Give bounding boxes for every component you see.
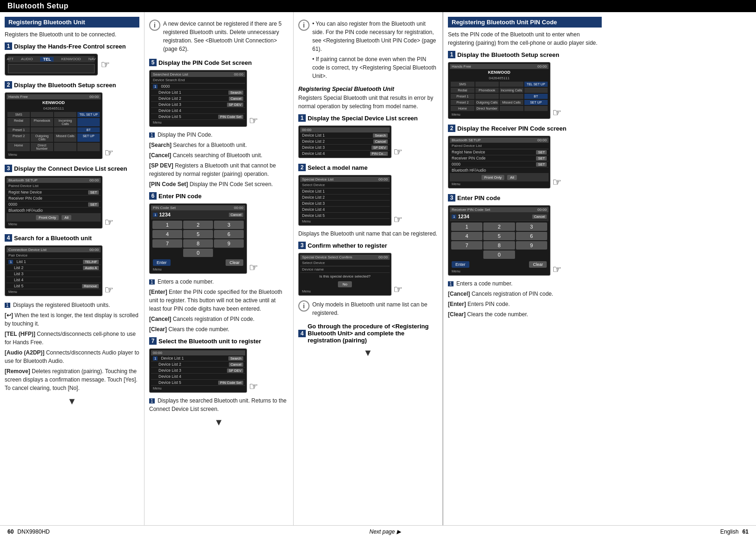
select-device-label: Select Device	[300, 182, 390, 188]
special-step-1-label: 1 Display the Special Device List screen	[298, 114, 438, 122]
step7-hand-icon: ☞	[249, 381, 258, 393]
sp-list2: Device List 2Cancel	[300, 139, 390, 145]
step-6-num: 6	[149, 192, 157, 200]
step-6-label: 6 Enter PIN code	[149, 192, 289, 200]
final-note-text: Only models in Bluetooth unit name list …	[312, 300, 438, 317]
step5-spdev: [SP DEV] Registers a Bluetooth unit that…	[149, 161, 289, 178]
step4-hand-icon: ☞	[104, 284, 114, 296]
step5-cancel: [Cancel] Cancels searching of Bluetooth …	[149, 151, 289, 160]
sd-list3: Device List 3SP DEV	[151, 102, 245, 108]
note-text-1: A new device cannot be registered if the…	[163, 20, 289, 53]
sd-list4: Device List 4	[151, 108, 245, 114]
pin-step-2-num: 2	[448, 125, 455, 132]
pin-step3-enter: [Enter] Enters PIN code.	[448, 300, 602, 308]
special-step3-hand: ☞	[393, 284, 403, 296]
col-special-bt: i • You can also register from the Bluet…	[294, 12, 443, 525]
step5-note-1: 1 Display the PIN Code.	[149, 131, 289, 139]
pin-receiver-row: Receiver PIN CodeSET	[450, 155, 549, 161]
step-1-num: 1	[5, 42, 12, 50]
special-final-note: i Only models in Bluetooth unit name lis…	[298, 300, 438, 319]
model-list2: Device List 2	[300, 195, 390, 201]
audio-a2dp-note: [Audio (A2DP)] Connects/disconnects Audi…	[5, 348, 139, 365]
bt-connect-screen: Bluetooth SETUP00:00 Paired Device List …	[5, 176, 103, 229]
step4-note-2: [↩] When the text is longer, the text di…	[5, 311, 139, 328]
receiver-row: Receiver PIN Code	[7, 195, 101, 202]
sp-list4: Device List 4PIN Co...	[300, 151, 390, 156]
step6-hand-icon: ☞	[249, 262, 258, 274]
model-note: Displays the Bluetooth unit name that ca…	[298, 229, 438, 238]
note-icon-1: i	[149, 20, 160, 31]
pin-hf-header: Hands Free00:00	[450, 64, 549, 69]
tel-screen: ATT AUDIO TEL KENWOOD NAV	[5, 54, 98, 76]
pair-device-label: Pair Device	[7, 252, 101, 259]
model-header: Special Device List00:00	[300, 177, 390, 182]
pin-regist-row: Regist New DeviceSET	[450, 149, 549, 155]
sd-list1: Device List 1Search	[151, 90, 245, 96]
special-step2-hand: ☞	[393, 214, 403, 226]
step2-hand-icon: ☞	[104, 147, 114, 159]
pin-code-screen: PIN Code Set00:00 1 1234 Cancel 1 2 3 4 …	[149, 203, 247, 274]
pin-bt-setup-header: Bluetooth SETUP00:00	[450, 138, 549, 143]
next-page-label: Next page ▶	[369, 528, 400, 535]
col3-note2: • If pairing cannot be done even when th…	[312, 55, 438, 80]
step-4-num: 4	[5, 234, 12, 242]
special-bt-intro: Registers Special Bluetooth unit that re…	[298, 94, 438, 111]
special-bt-title: Registering Special Bluetooth Unit	[298, 86, 438, 92]
note-icon-final: i	[298, 300, 309, 312]
pin-step1-hand: ☞	[552, 107, 562, 119]
step1-hand-icon: ☞	[101, 59, 110, 71]
note-area-col3-1: i • You can also register from the Bluet…	[298, 20, 438, 82]
step5-pincode: [PIN Code Set] Display the PIN Code Set …	[149, 180, 289, 188]
special-step-2-label: 2 Select a model name	[298, 164, 438, 171]
list3-row: List 3	[7, 271, 101, 277]
step6-enter: [Enter] Enter the PIN code specified for…	[149, 288, 289, 313]
col1-bottom-dot: ▼	[5, 396, 139, 407]
sd2-list5: Device List 5PIN Code Set	[151, 380, 245, 386]
sd-list2: Device List 2Cancel	[151, 96, 245, 102]
special-step-3-num: 3	[298, 242, 306, 249]
section-heading-pin: Registering Bluetooth Unit PIN Code	[448, 17, 602, 28]
step-2-label: 2 Display the Bluetooth Setup screen	[5, 81, 139, 89]
step6-cancel: [Cancel] Cancels registration of PIN cod…	[149, 315, 289, 323]
pin-step-2-label: 2 Display the Receiver PIN Code screen	[448, 125, 602, 132]
list2-row: List 2Audio A	[7, 265, 101, 271]
pin-step-1-num: 1	[448, 51, 455, 58]
pin-step3-hand: ☞	[552, 264, 562, 276]
sd2-list2: Device List 2Cancel	[151, 361, 245, 368]
page-title: Bluetooth Setup	[7, 2, 69, 10]
searched-header-2: 00:00	[151, 350, 245, 355]
step-7-num: 7	[149, 337, 157, 345]
step6-clear: [Clear] Clears the code number.	[149, 325, 289, 334]
pin-step3-clear: [Clear] Clears the code number.	[448, 310, 602, 319]
section-heading-register: Registering Bluetooth Unit	[5, 17, 139, 28]
bt-connect-header: Bluetooth SETUP00:00	[7, 178, 101, 183]
col3-note1: • You can also register from the Bluetoo…	[312, 20, 438, 53]
sd-list5: Device List 5PIN Code Set	[151, 114, 245, 120]
special-step-4-num: 4	[298, 330, 306, 337]
searched-device-screen-2: 00:00 1 Device List 1Search Device List …	[149, 348, 247, 393]
s-num-row: 1 0000	[151, 83, 245, 90]
sd2-list1: 1 Device List 1Search	[151, 355, 245, 361]
searched-device-screen: Searched Device List00:00 Device Search …	[149, 70, 247, 127]
confirm-header: Special Device Select Confirm00:00	[300, 255, 390, 260]
col3-bottom-dot: ▼	[298, 347, 438, 358]
special-step-4-label: 4 Go through the procedure of <Registeri…	[298, 323, 438, 344]
pin-bt-audio-row: Bluetooth HF/Audio	[450, 167, 549, 174]
pin-step2-hand: ☞	[552, 176, 562, 188]
note-icon-col3-1: i	[298, 20, 309, 31]
col-steps-5-7: i A new device cannot be registered if t…	[144, 12, 294, 525]
special-step1-hand: ☞	[393, 146, 403, 158]
step5-search: [Search] Searches for a Bluetooth unit.	[149, 141, 289, 149]
pin-step3-note1: 1 Enters a code number.	[448, 279, 602, 288]
model-list5: Device List 5	[300, 213, 390, 219]
main-layout: Registering Bluetooth Unit Registers the…	[0, 12, 756, 525]
brand-left: DNX9980HD	[17, 528, 49, 535]
page-num-left: 60	[7, 528, 14, 535]
receiver-pin-screen: Receiver PIN Code Set00:00 1 1234 Cancel…	[448, 205, 550, 276]
step-5-label: 5 Display the PIN Code Set screen	[149, 59, 289, 66]
step-3-num: 3	[5, 165, 12, 172]
lang-right: English	[720, 528, 738, 535]
special-header: 00:00	[300, 127, 390, 132]
intro-text: Registers the Bluetooth unit to be conne…	[5, 30, 139, 39]
col-pin-code: Registering Bluetooth Unit PIN Code Sets…	[443, 12, 606, 525]
